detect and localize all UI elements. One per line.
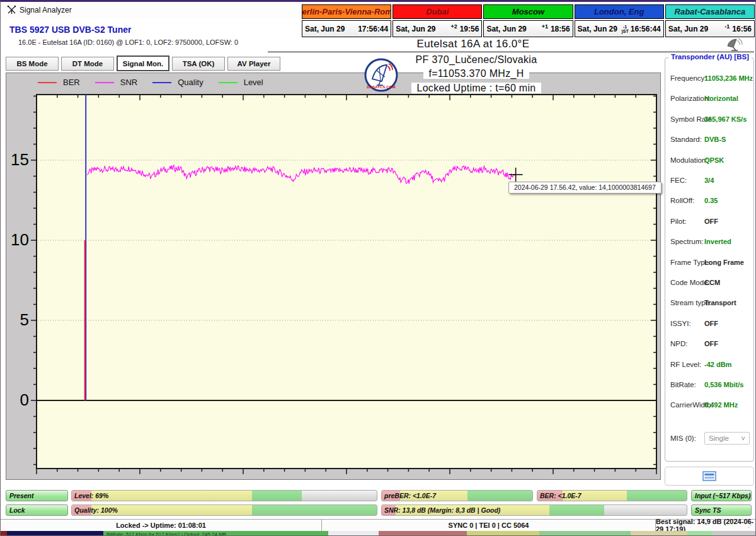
snr-legend-swatch — [95, 82, 114, 83]
clock-value: 19:56 — [460, 25, 479, 33]
bar-segment-1 — [91, 491, 251, 501]
bar-segment-2 — [549, 505, 604, 515]
background-strip-segment-4 — [379, 531, 467, 536]
ber-legend-swatch — [38, 82, 57, 83]
background-strip-segment-3 — [328, 531, 379, 536]
field-value-carrier-width: 0,492 MHz — [704, 401, 738, 409]
bar-segment-2 — [467, 491, 532, 501]
tab-signal-mon[interactable]: Signal Mon. — [117, 55, 169, 71]
field-value-symbol-rate: 365,967 KS/s — [704, 115, 747, 123]
field-value-polarization: Horizontal — [704, 95, 738, 102]
bar-label-ber: BER: <1.0E-7 — [540, 492, 581, 499]
field-value-stream-type: Transport — [704, 299, 736, 306]
level-legend-label: Level — [244, 78, 263, 87]
progress-bar-preber: preBER: <1.0E-7 — [381, 490, 533, 501]
quality-legend-label: Quality — [178, 78, 203, 87]
field-label-rf-level: RF Level: — [670, 361, 701, 368]
clock-date: Sat, Jun 29 — [305, 25, 345, 33]
background-strip-segment-7 — [631, 531, 687, 536]
status-badge-lock: Lock — [6, 504, 68, 516]
status-badge-present: Present — [6, 490, 68, 501]
y-tick-label-15: 15 — [11, 150, 29, 169]
resize-grip[interactable]: ⋰ — [748, 521, 754, 528]
background-strip-segment-5 — [467, 531, 539, 536]
background-strip-segment-6 — [539, 531, 631, 536]
signal-chart-container: BERSNRQualityLevel 051015 — [6, 73, 661, 480]
clock-date: Sat, Jun 29 — [396, 25, 435, 33]
clock-city-berlin: Berlin-Paris-Vienna-Roma — [302, 4, 391, 19]
field-value-rf-level: -42 dBm — [704, 361, 731, 368]
clock-date: Sat, Jun 29 — [486, 25, 526, 33]
transponder-panel: Frequency:11053,236 MHzPolarization:Hori… — [665, 57, 754, 462]
background-strip-segment-1 — [7, 531, 103, 536]
tab-dt-mode[interactable]: DT Mode — [61, 57, 114, 71]
world-clocks-panel: Berlin-Paris-Vienna-RomaDubaiMoscowLondo… — [302, 4, 755, 38]
status-bar: Locked -> Uptime: 01:08:01 SYNC 0 | TEI … — [1, 519, 756, 531]
signal-analyzer-window: Signal Analyzer Berlin-Paris-Vienna-Roma… — [0, 0, 756, 536]
y-tick-label-5: 5 — [20, 310, 29, 329]
field-value-pilot: OFF — [704, 218, 718, 225]
field-label-modulation: Modulation: — [670, 156, 707, 164]
background-window-strip: BitRate: 517 Kbps for 517 Kbps? | Output… — [1, 531, 756, 536]
progress-bar-level: Level: 69% — [71, 490, 377, 501]
status-badge-input: Input (~517 Kbps) — [691, 490, 752, 501]
progress-bar-quality: Quality: 100% — [71, 504, 377, 516]
field-value-rolloff: 0.35 — [704, 197, 718, 204]
clock-city-rabat: Rabat-Casablanca — [665, 4, 755, 19]
y-tick-label-10: 10 — [11, 230, 29, 249]
plot-area — [37, 95, 656, 469]
clock-time-london: Sat, Jun 29-1)ST16:56:44 — [575, 20, 664, 37]
offset-dst: )ST — [621, 29, 628, 33]
bar-segment-2 — [627, 491, 687, 501]
clock-city-london: London, Eng — [575, 4, 664, 19]
background-strip-segment-0 — [1, 531, 7, 536]
clock-value: 18:56 — [551, 25, 570, 33]
field-label-npd: NPD: — [670, 340, 687, 347]
statusbar-sync: SYNC 0 | TEI 0 | CC 5064 — [322, 520, 656, 531]
clock-value: 16:56:44 — [631, 25, 661, 33]
level-legend-swatch — [219, 82, 238, 83]
bar-label-quality: Quality: 100% — [74, 506, 118, 514]
clock-city-moscow: Moscow — [483, 4, 573, 19]
satellite-dish-icon — [724, 37, 743, 54]
mode-tabs: BS ModeDT ModeSignal Mon.TSA (OK)AV Play… — [6, 57, 280, 71]
field-value-spectrum: Inverted — [704, 238, 731, 245]
offset-value: -1 — [623, 25, 627, 29]
transponder-save-button[interactable] — [665, 467, 754, 486]
quality-legend-swatch — [152, 82, 171, 83]
clock-time-rabat: Sat, Jun 29-116:56 — [665, 20, 755, 37]
background-bitrate-text: BitRate: 517 Kbps for 517 Kbps? | Output… — [106, 531, 327, 536]
field-value-frequency: 11053,236 MHz — [704, 74, 753, 82]
field-label-frequency: Frequency: — [670, 74, 707, 82]
field-label-standard: Standard: — [670, 136, 702, 143]
status-row-2: LockQuality: 100%SNR: 13,8 dB (Margin: 8… — [1, 504, 756, 516]
antenna-app-icon — [7, 5, 16, 17]
field-value-code-mode: CCM — [704, 279, 720, 286]
satellite-title: Eutelsat 16A at 16.0°E — [347, 38, 599, 50]
mis-selected-value: Single — [709, 434, 729, 442]
transponder-panel-title: Transponder (AU) [BS] — [668, 53, 752, 61]
clock-utc-offset: +2 — [450, 23, 457, 30]
mis-label: MIS (0): — [670, 434, 696, 442]
field-value-bitrate: 0,536 Mbit/s — [704, 381, 743, 388]
ber-legend-label: BER — [63, 78, 80, 87]
progress-bar-ber: BER: <1.0E-7 — [537, 490, 687, 501]
clock-time-berlin: Sat, Jun 2917:56:44 — [302, 20, 391, 37]
tab-tsa[interactable]: TSA (OK) — [172, 57, 225, 71]
signal-plot[interactable]: 051015 — [6, 73, 662, 481]
clock-time-dubai: Sat, Jun 29+219:56 — [392, 20, 482, 37]
tab-av-player[interactable]: AV Player — [227, 57, 280, 71]
bar-segment-2 — [252, 491, 302, 501]
field-label-fec: FEC: — [670, 177, 687, 184]
field-label-rolloff: RollOff: — [670, 197, 694, 204]
dxsatcs-logo: DXSATCS.COM — [364, 58, 398, 92]
y-tick-label-0: 0 — [20, 390, 29, 409]
clock-utc-offset: -1)ST — [621, 25, 628, 33]
field-label-bitrate: BitRate: — [670, 381, 696, 388]
tab-bs-mode[interactable]: BS Mode — [6, 57, 59, 71]
mis-dropdown[interactable]: Single˅ — [704, 432, 750, 445]
field-label-issyi: ISSYI: — [670, 320, 691, 327]
clock-time-moscow: Sat, Jun 29+118:56 — [483, 20, 573, 37]
bar-label-preber: preBER: <1.0E-7 — [384, 492, 436, 499]
background-strip-segment-9 — [713, 531, 756, 536]
